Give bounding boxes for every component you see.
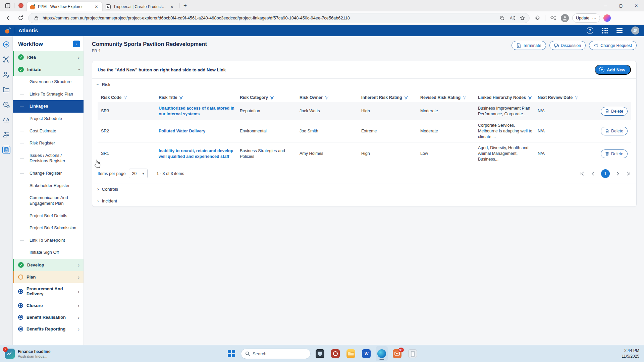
column-header[interactable]: Risk Owner — [296, 95, 358, 100]
incident-section-header[interactable]: › Incident — [92, 195, 636, 206]
phase-closure[interactable]: Closure › — [13, 300, 84, 311]
back-button[interactable] — [4, 14, 13, 22]
taskbar-app-file-explorer[interactable] — [345, 346, 357, 361]
taskbar-app-notepad[interactable] — [407, 346, 419, 361]
taskbar-app-desktop[interactable] — [314, 346, 326, 361]
tab-close-icon[interactable]: ✕ — [94, 4, 99, 9]
copilot-icon[interactable] — [603, 14, 611, 22]
tab-close-icon[interactable]: ✕ — [169, 4, 174, 9]
minimize-button[interactable]: ─ — [598, 0, 613, 11]
folder-icon[interactable] — [2, 85, 10, 94]
risk-title-link[interactable]: Polluted Water Delivery — [155, 128, 236, 134]
phase-benefit-realisation[interactable]: Benefit Realisation › — [13, 311, 84, 323]
sidebar-item-risk-register[interactable]: Risk Register — [13, 137, 84, 149]
gauge-icon[interactable] — [2, 116, 10, 124]
chevron-right-icon[interactable]: › — [97, 198, 99, 203]
column-header[interactable]: Linked Hierarchy Nodes — [475, 95, 534, 100]
filter-icon[interactable] — [270, 96, 274, 100]
current-page-button[interactable]: 1 — [601, 169, 610, 178]
plus-circle-icon[interactable] — [2, 40, 10, 48]
update-button[interactable]: Update ··· — [572, 13, 600, 23]
sidebar-item-link-to-sharepoint[interactable]: Link To Sharepoint — [13, 234, 84, 247]
first-page-icon[interactable] — [580, 172, 585, 176]
sidebar-item-project-brief-details[interactable]: Project Brief Details — [13, 210, 84, 222]
taskbar-app-outlook[interactable]: 9+ — [391, 346, 403, 361]
filter-icon[interactable] — [575, 96, 579, 100]
sidebar-item-communication-engagement-plan[interactable]: Communication And Engagement Plan — [13, 192, 84, 209]
previous-page-icon[interactable] — [591, 172, 594, 176]
tab-ppm-workflow-explorer[interactable]: PPM - Workflow Explorer ✕ — [27, 2, 102, 11]
clock-cost-icon[interactable]: $ — [2, 101, 10, 109]
filter-icon[interactable] — [325, 96, 329, 100]
sidebar-item-issues-actions-decisions-register[interactable]: Issues / Actions / Decisions Register — [13, 149, 84, 167]
taskbar-app-powerpoint[interactable] — [329, 346, 341, 361]
risk-title-link[interactable]: Inability to recruit, retain and develop… — [155, 148, 236, 160]
column-header[interactable]: Risk Category — [236, 95, 296, 100]
add-new-button[interactable]: + Add New — [595, 65, 631, 75]
news-widget[interactable]: 7 Finance headline Australian Indus... — [5, 349, 50, 359]
chevron-right-icon[interactable]: › — [97, 187, 99, 191]
phase-plan[interactable]: Plan › — [13, 271, 84, 283]
risk-title-link[interactable]: Unauthorized access of data stored in ou… — [155, 106, 236, 117]
change-request-button[interactable]: Change Request — [589, 41, 637, 50]
user-edit-icon[interactable] — [2, 70, 10, 78]
read-aloud-icon[interactable]: A — [508, 14, 516, 22]
phase-idea[interactable]: ✓ Idea › — [13, 51, 84, 63]
start-button[interactable] — [225, 346, 237, 361]
apps-grid-icon[interactable] — [602, 28, 608, 34]
menu-icon[interactable] — [616, 28, 623, 33]
terminate-button[interactable]: Terminate — [512, 41, 546, 50]
more-options-icon[interactable]: ··· — [592, 16, 596, 20]
taskbar-app-word[interactable]: W — [360, 346, 372, 361]
taskbar-app-edge-active[interactable] — [376, 346, 388, 361]
maximize-button[interactable]: ▢ — [613, 0, 629, 11]
column-header[interactable]: Inherent Risk Rating — [358, 95, 417, 100]
lock-icon[interactable] — [33, 14, 40, 22]
chevron-down-icon[interactable]: › — [96, 84, 100, 85]
close-button[interactable]: ✕ — [629, 0, 644, 11]
sidebar-item-initiate-sign-off[interactable]: Initiate Sign Off — [13, 246, 84, 259]
delete-button[interactable]: Delete — [601, 127, 628, 135]
risk-section-header[interactable]: › Risk — [92, 78, 636, 90]
next-page-icon[interactable] — [616, 172, 620, 176]
favorite-star-icon[interactable] — [519, 14, 526, 22]
people-list-icon[interactable] — [2, 131, 10, 139]
column-header[interactable]: Revised Risk Rating — [417, 95, 475, 100]
sidebar-item-linkages[interactable]: Linkages — [13, 100, 84, 113]
phase-initiate[interactable]: ✓ Initiate › — [13, 63, 84, 76]
new-tab-button[interactable]: + — [181, 1, 190, 10]
url-text[interactable]: https://camms.com.au/project/cammsprojec… — [43, 15, 496, 20]
last-page-icon[interactable] — [626, 172, 631, 176]
browser-profile-avatar[interactable] — [561, 14, 569, 22]
filter-icon[interactable] — [463, 96, 467, 100]
taskbar-search[interactable]: Search — [241, 349, 311, 359]
filter-icon[interactable] — [179, 96, 183, 100]
register-document-icon[interactable] — [2, 146, 10, 154]
controls-section-header[interactable]: › Controls — [92, 183, 636, 195]
discussion-button[interactable]: Discussion — [549, 41, 586, 50]
network-nodes-icon[interactable] — [2, 55, 10, 63]
address-bar[interactable]: https://camms.com.au/project/cammsprojec… — [28, 13, 530, 23]
tab-actions-menu[interactable] — [3, 1, 13, 10]
sidebar-item-project-schedule[interactable]: Project Schedule — [13, 113, 84, 125]
delete-button[interactable]: Delete — [601, 149, 628, 158]
phase-benefits-reporting[interactable]: Benefits Reporting › — [13, 323, 84, 335]
extensions-icon[interactable] — [533, 14, 542, 22]
column-header[interactable]: Next Review Date — [534, 95, 597, 100]
sidebar-item-governance-structure[interactable]: Governance Structure — [13, 76, 84, 88]
sidebar-item-project-brief-submission[interactable]: Project Brief Submission — [13, 222, 84, 234]
filter-icon[interactable] — [123, 96, 127, 100]
column-header[interactable]: Risk Code — [98, 95, 155, 100]
refresh-button[interactable] — [16, 14, 25, 22]
sidebar-item-cost-estimate[interactable]: Cost Estimate — [13, 125, 84, 137]
page-size-select[interactable]: 20 ▼ — [129, 169, 148, 178]
column-header[interactable]: Risk Title — [155, 95, 236, 100]
phase-procurement-and-delivery[interactable]: Procurement And Delivery › — [13, 283, 84, 300]
filter-icon[interactable] — [404, 96, 408, 100]
phase-develop[interactable]: ✓ Develop › — [13, 259, 84, 271]
favorites-hub-icon[interactable] — [549, 14, 557, 22]
tab-trupeer[interactable]: Trupeer.ai | Create Product Videos ✕ — [102, 2, 178, 11]
sidebar-item-change-register[interactable]: Change Register — [13, 167, 84, 180]
taskbar-clock[interactable]: 2:44 PM 11/5/2025 — [622, 348, 640, 359]
sidebar-item-stakeholder-register[interactable]: Stakeholder Register — [13, 180, 84, 192]
